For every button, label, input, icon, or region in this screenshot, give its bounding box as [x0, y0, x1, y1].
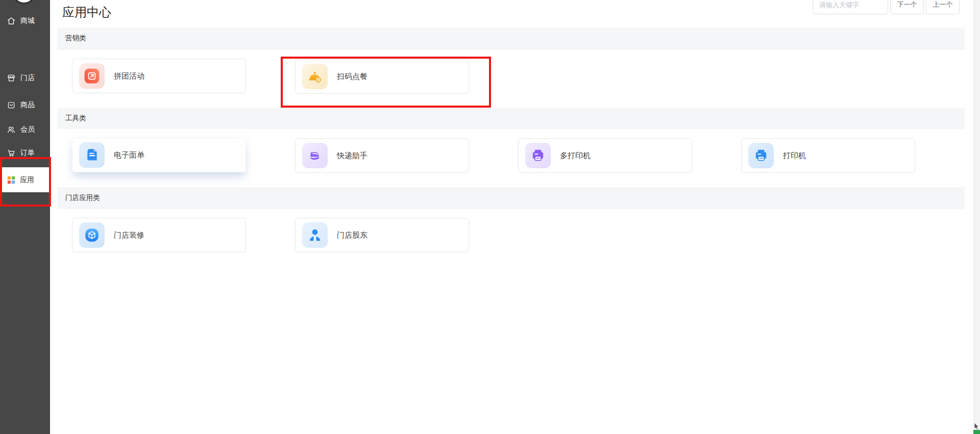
sidebar-item-label: 会员: [20, 125, 35, 134]
app-card-ewaybill[interactable]: 电子面单: [72, 138, 246, 172]
app-card-label: 门店股东: [337, 231, 368, 240]
sidebar-item-orders[interactable]: 订单: [7, 147, 35, 159]
sidebar-item-label: 订单: [20, 148, 35, 158]
vertical-scrollbar[interactable]: [974, 0, 980, 434]
store-shareholder-icon: [302, 222, 328, 248]
sidebar-item-label: 应用: [20, 175, 34, 185]
app-card-printer[interactable]: 打印机: [741, 138, 915, 173]
app-card-store-shareholder[interactable]: 门店股东: [295, 218, 469, 252]
home-icon: [7, 16, 16, 25]
app-card-scan-order[interactable]: 扫码点餐: [295, 59, 469, 94]
sidebar-item-members[interactable]: 会员: [7, 123, 35, 136]
app-card-label: 电子面单: [114, 150, 144, 160]
app-card-label: 扫码点餐: [337, 72, 368, 82]
app-card-label: 快递助手: [337, 151, 368, 161]
search-input[interactable]: [813, 0, 888, 14]
sidebar-item-label: 商品: [20, 100, 35, 110]
goods-icon: [7, 100, 16, 110]
sidebar-item-goods[interactable]: 商品: [7, 99, 35, 111]
app-center-page: 商城 门店 商品: [0, 0, 980, 434]
section-header-marketing: 营销类: [57, 28, 965, 49]
section-title: 营销类: [65, 34, 86, 43]
cart-icon: [7, 148, 16, 158]
express-helper-icon: [302, 143, 328, 168]
sidebar-item-store[interactable]: 门店: [7, 72, 35, 84]
sidebar: 商城 门店 商品: [0, 0, 50, 434]
section-header-tools: 工具类: [57, 108, 965, 129]
sidebar-item-label: 门店: [20, 73, 35, 83]
sidebar-item-apps[interactable]: 应用: [0, 167, 50, 192]
section-title: 工具类: [65, 114, 86, 123]
scan-order-icon: [302, 64, 328, 89]
store-icon: [7, 73, 16, 83]
app-card-store-decoration[interactable]: 门店装修: [72, 218, 246, 252]
app-card-label: 拼团活动: [114, 71, 144, 81]
ewaybill-icon: [79, 142, 105, 168]
page-title: 应用中心: [62, 4, 111, 20]
groupbuy-icon: [79, 63, 105, 89]
app-card-groupbuy[interactable]: 拼团活动: [72, 59, 246, 93]
section-header-store-apps: 门店应用类: [57, 187, 965, 209]
avatar[interactable]: [12, 0, 36, 4]
app-card-label: 多打印机: [560, 151, 591, 161]
members-icon: [7, 125, 16, 134]
prev-button[interactable]: 上一个: [926, 0, 960, 14]
app-card-label: 打印机: [783, 151, 806, 161]
sidebar-item-mall[interactable]: 商城: [7, 15, 35, 27]
app-card-multi-printer[interactable]: 多打印机: [518, 138, 692, 173]
mouse-cursor: [973, 422, 979, 431]
apps-grid-icon: [7, 175, 16, 185]
next-button[interactable]: 下一个: [890, 0, 924, 14]
app-card-label: 门店装修: [114, 231, 144, 240]
app-card-express-helper[interactable]: 快递助手: [295, 138, 469, 173]
sidebar-item-label: 商城: [20, 16, 35, 25]
printer-icon: [748, 143, 774, 168]
multi-printer-icon: [525, 143, 551, 168]
section-title: 门店应用类: [65, 193, 100, 202]
store-decoration-icon: [79, 222, 105, 248]
